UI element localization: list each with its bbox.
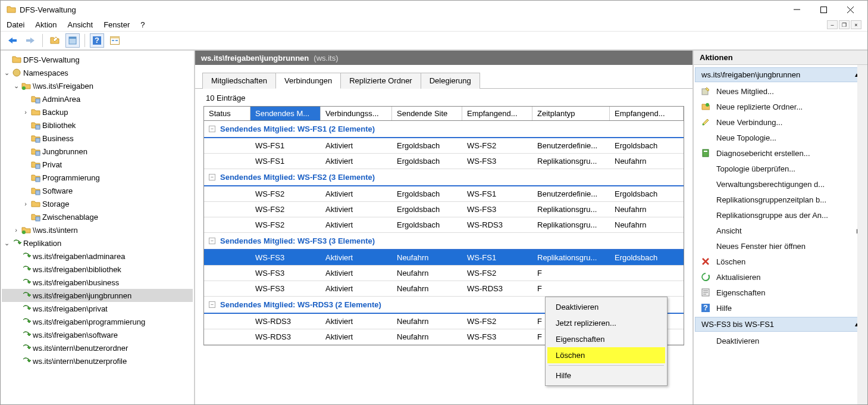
action-item[interactable]: Neues Mitglied...: [694, 83, 867, 99]
tree-item[interactable]: Zwischenablage: [2, 210, 193, 223]
group-header-row[interactable]: − Sendendes Mitglied: WS-FS2 (3 Elemente…: [204, 169, 684, 186]
table-row[interactable]: WS-FS2AktiviertErgoldsbachWS-RDS3Replika…: [204, 217, 684, 233]
action-item[interactable]: Aktualisieren: [694, 269, 867, 285]
scrollbar[interactable]: [857, 65, 867, 404]
tree-item-replication[interactable]: ws.its\freigaben\software: [2, 328, 193, 341]
column-header[interactable]: Zeitplantyp: [532, 107, 610, 120]
tree-item[interactable]: Privat: [2, 158, 193, 171]
context-menu-item[interactable]: Hilfe: [547, 367, 665, 384]
column-header[interactable]: Empfangend...: [610, 107, 684, 120]
tree-item[interactable]: AdminArea: [2, 92, 193, 105]
tree-item[interactable]: › Backup: [2, 105, 193, 119]
action-item[interactable]: Neue Verbindung...: [694, 114, 867, 130]
close-button[interactable]: [837, 1, 864, 18]
minimize-button[interactable]: [784, 1, 810, 18]
tab[interactable]: Verbindungen: [275, 73, 341, 89]
actions-section-header-2[interactable]: WS-FS3 bis WS-FS1 ▲: [695, 317, 866, 332]
table-row[interactable]: WS-FS1AktiviertErgoldsbachWS-FS3Replikat…: [204, 154, 684, 169]
table-row[interactable]: WS-FS3AktiviertNeufahrnWS-FS2F: [204, 266, 684, 281]
tree-item-replication[interactable]: ws.its\freigaben\jungbrunnen: [2, 289, 193, 302]
twisty-icon[interactable]: ›: [21, 108, 30, 116]
group-header-row[interactable]: − Sendendes Mitglied: WS-FS3 (3 Elemente…: [204, 233, 684, 250]
tree-item-replication[interactable]: ws.its\freigaben\programmierung: [2, 315, 193, 328]
column-header[interactable]: Sendende Site: [392, 107, 462, 120]
action-item[interactable]: Neue Topologie...: [694, 130, 867, 145]
collapse-icon[interactable]: −: [209, 126, 215, 132]
properties-button[interactable]: [65, 33, 80, 48]
maximize-button[interactable]: [810, 1, 837, 18]
tree-item[interactable]: Jungbrunnen: [2, 145, 193, 158]
table-row[interactable]: WS-FS3AktiviertNeufahrnWS-RDS3F: [204, 281, 684, 297]
column-header[interactable]: Sendendes M...: [250, 107, 321, 120]
tree-item[interactable]: › Storage: [2, 197, 193, 210]
action-item[interactable]: ? Hilfe: [694, 300, 867, 316]
tab[interactable]: Delegierung: [421, 73, 480, 89]
action-item[interactable]: Löschen: [694, 254, 867, 269]
twisty-icon[interactable]: ›: [11, 226, 21, 233]
mdi-restore-icon[interactable]: ❐: [839, 20, 850, 29]
action-item[interactable]: Ansicht▶: [694, 223, 867, 238]
group-header-row[interactable]: − Sendendes Mitglied: WS-FS1 (2 Elemente…: [204, 121, 684, 138]
twisty-icon[interactable]: ⌄: [2, 239, 11, 247]
mdi-close-icon[interactable]: ×: [851, 20, 861, 29]
tree-view[interactable]: DFS-Verwaltung ⌄ Namespaces ⌄ \\ws.its\F…: [1, 51, 195, 404]
context-menu-item[interactable]: Eigenschaften: [547, 331, 665, 347]
tree-item-replication[interactable]: ws.its\intern\benutzerprofile: [2, 354, 193, 367]
tree-item-replication[interactable]: ws.its\freigaben\adminarea: [2, 250, 193, 263]
context-menu-item[interactable]: Löschen: [547, 347, 665, 363]
tree-namespaces[interactable]: ⌄ Namespaces: [2, 66, 193, 79]
tree-item[interactable]: Bibliothek: [2, 119, 193, 132]
tree-root[interactable]: DFS-Verwaltung: [2, 53, 193, 66]
collapse-icon[interactable]: −: [209, 301, 215, 308]
context-menu-item[interactable]: Deaktivieren: [547, 299, 665, 315]
tab[interactable]: Replizierte Ordner: [340, 73, 421, 89]
twisty-icon[interactable]: ⌄: [2, 69, 11, 77]
action-item[interactable]: Diagnosebericht erstellen...: [694, 145, 867, 161]
tree-item-replication[interactable]: ws.its\freigaben\business: [2, 276, 193, 289]
help-button[interactable]: ?: [90, 33, 104, 48]
action-item[interactable]: Verwaltungsberechtigungen d...: [694, 176, 867, 192]
tree-ns-host2[interactable]: › \\ws.its\intern: [2, 223, 193, 236]
tree-replication[interactable]: ⌄ Replikation: [2, 236, 193, 250]
action-item[interactable]: Neue replizierte Ordner...: [694, 99, 867, 114]
column-header[interactable]: Status: [204, 107, 250, 120]
twisty-icon[interactable]: ⌄: [11, 82, 21, 90]
menu-item[interactable]: Datei: [7, 20, 24, 29]
menu-item[interactable]: Fenster: [104, 20, 130, 29]
grid-header[interactable]: StatusSendendes M...Verbindungss...Sende…: [204, 107, 684, 121]
action-item[interactable]: Replikationsgruppe aus der An...: [694, 207, 867, 223]
action-item[interactable]: Neues Fenster hier öffnen: [694, 238, 867, 254]
new-window-button[interactable]: [48, 33, 62, 48]
forward-button[interactable]: [23, 33, 37, 48]
actions-section-header[interactable]: ws.its\freigaben\jungbrunnen ▲: [695, 67, 866, 82]
tab[interactable]: Mitgliedschaften: [202, 73, 276, 89]
tree-item-replication[interactable]: ws.its\freigaben\privat: [2, 302, 193, 315]
tree-item[interactable]: Software: [2, 184, 193, 197]
menu-item[interactable]: Aktion: [35, 20, 57, 29]
menu-item[interactable]: Ansicht: [68, 20, 93, 29]
action-item[interactable]: Topologie überprüfen...: [694, 161, 867, 176]
context-menu[interactable]: DeaktivierenJetzt replizieren...Eigensch…: [545, 297, 668, 386]
tree-item-replication[interactable]: ws.its\freigaben\bibliothek: [2, 263, 193, 276]
table-row[interactable]: WS-FS3AktiviertNeufahrnWS-FS1Replikation…: [204, 250, 684, 266]
tree-item-replication[interactable]: ws.its\intern\benutzerordner: [2, 341, 193, 354]
twisty-icon[interactable]: ›: [21, 200, 30, 207]
table-row[interactable]: WS-FS2AktiviertErgoldsbachWS-FS1Benutzer…: [204, 186, 684, 202]
action-item[interactable]: Replikationsgruppenzeitplan b...: [694, 192, 867, 207]
collapse-icon[interactable]: −: [209, 174, 215, 180]
tree-item[interactable]: Programmierung: [2, 171, 193, 184]
menu-item[interactable]: ?: [140, 20, 145, 29]
collapse-icon[interactable]: −: [209, 238, 215, 244]
view-button[interactable]: [108, 33, 122, 48]
action-item[interactable]: Deaktivieren: [694, 333, 867, 348]
context-menu-item[interactable]: Jetzt replizieren...: [547, 315, 665, 331]
mdi-minimize-icon[interactable]: –: [827, 20, 838, 29]
tree-ns-host[interactable]: ⌄ \\ws.its\Freigaben: [2, 79, 193, 92]
action-item[interactable]: Eigenschaften: [694, 285, 867, 300]
table-row[interactable]: WS-FS1AktiviertErgoldsbachWS-FS2Benutzer…: [204, 138, 684, 154]
tree-item[interactable]: Business: [2, 132, 193, 145]
column-header[interactable]: Empfangend...: [462, 107, 532, 120]
table-row[interactable]: WS-FS2AktiviertErgoldsbachWS-FS3Replikat…: [204, 202, 684, 217]
back-button[interactable]: [5, 33, 20, 48]
column-header[interactable]: Verbindungss...: [321, 107, 392, 120]
